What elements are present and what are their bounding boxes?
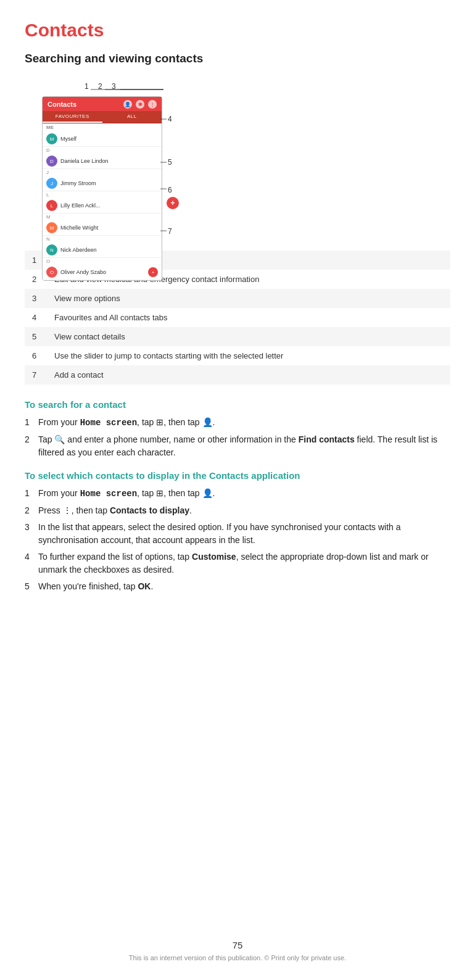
phone-contact-m: M bbox=[43, 214, 162, 220]
display-step-1: 1 From your Home screen, tap ⊞, then tap… bbox=[25, 487, 450, 500]
phone-me-label: ME bbox=[43, 123, 162, 131]
phone-top-icons: 👤 ✱ ⋮ bbox=[123, 100, 157, 109]
display-step-2: 2 Press ⋮, then tap Contacts to display. bbox=[25, 504, 450, 517]
page-title: Contacts bbox=[25, 20, 450, 41]
display-steps: 1 From your Home screen, tap ⊞, then tap… bbox=[25, 487, 450, 593]
table-row-num: 4 bbox=[25, 308, 47, 327]
phone-contact-daniela: D Daniela Lee Lindon bbox=[43, 154, 162, 169]
phone-contacts-label: Contacts bbox=[48, 101, 76, 108]
phone-search-icon: 👤 bbox=[123, 100, 132, 109]
search-section-heading: To search for a contact bbox=[25, 399, 450, 410]
phone-contact-jimmy: J Jimmy Stroom bbox=[43, 176, 162, 191]
table-row-text: Add a contact bbox=[47, 365, 450, 384]
oliver-badge: + bbox=[148, 267, 158, 277]
avatar-jimmy: J bbox=[46, 178, 57, 189]
table-row-text: View contact details bbox=[47, 327, 450, 346]
table-row: 4Favourites and All contacts tabs bbox=[25, 308, 450, 327]
avatar-nick: N bbox=[46, 244, 57, 255]
table-row: 3View more options bbox=[25, 289, 450, 308]
phone-contact-n: N bbox=[43, 236, 162, 243]
section-heading: Searching and viewing contacts bbox=[25, 52, 450, 65]
display-step-4: 4 To further expand the list of options,… bbox=[25, 550, 450, 576]
phone-tab-favourites: FAVOURITES bbox=[43, 111, 102, 123]
phone-star-icon: ✱ bbox=[136, 100, 144, 109]
page-number: 75 bbox=[0, 940, 475, 950]
phone-contact-lilly: L Lilly Ellen Ackl... + bbox=[43, 198, 162, 214]
search-step-2: 2 Tap 🔍 and enter a phone number, name o… bbox=[25, 433, 450, 459]
phone-contact-d: D bbox=[43, 147, 162, 154]
avatar-myself: M bbox=[46, 133, 57, 144]
add-contact-fab: + bbox=[167, 197, 179, 209]
phone-top-bar: Contacts 👤 ✱ ⋮ bbox=[43, 97, 162, 111]
phone-contact-michelle: M Michelle Wright bbox=[43, 220, 162, 236]
search-step-1: 1 From your Home screen, tap ⊞, then tap… bbox=[25, 416, 450, 430]
avatar-lilly: L bbox=[46, 200, 57, 211]
phone-tab-all: ALL bbox=[102, 111, 162, 123]
table-row-num: 6 bbox=[25, 346, 47, 365]
display-section-heading: To select which contacts to display in t… bbox=[25, 470, 450, 481]
table-row-num: 7 bbox=[25, 365, 47, 384]
avatar-michelle: M bbox=[46, 222, 57, 233]
callout-2: 2 bbox=[98, 82, 102, 91]
display-step-5: 5 When you're finished, tap OK. bbox=[25, 580, 450, 593]
phone-more-icon: ⋮ bbox=[148, 100, 157, 109]
avatar-daniela: D bbox=[46, 156, 57, 167]
avatar-oliver: O bbox=[46, 267, 57, 278]
phone-contact-oliver: O Oliver Andy Szabo + bbox=[43, 265, 162, 280]
callout-4: 4 bbox=[168, 115, 172, 123]
page-footer: 75 This is an internet version of this p… bbox=[0, 940, 475, 961]
table-row: 7Add a contact bbox=[25, 365, 450, 384]
callout-3: 3 bbox=[112, 82, 116, 91]
table-row-num: 3 bbox=[25, 289, 47, 308]
phone-contact-j: J bbox=[43, 169, 162, 176]
callout-7: 7 bbox=[168, 227, 172, 236]
search-steps: 1 From your Home screen, tap ⊞, then tap… bbox=[25, 416, 450, 459]
diagram-area: Contacts 👤 ✱ ⋮ FAVOURITES ALL ME M Mysel… bbox=[25, 79, 450, 239]
table-row-num: 5 bbox=[25, 327, 47, 346]
table-row: 6Use the slider to jump to contacts star… bbox=[25, 346, 450, 365]
phone-tab-bar: FAVOURITES ALL bbox=[43, 111, 162, 123]
callout-1: 1 bbox=[85, 82, 89, 91]
callout-6: 6 bbox=[168, 186, 172, 194]
table-row: 5View contact details bbox=[25, 327, 450, 346]
phone-contact-myself: M Myself bbox=[43, 131, 162, 147]
phone-contact-l: L bbox=[43, 191, 162, 198]
table-row-text: Use the slider to jump to contacts start… bbox=[47, 346, 450, 365]
display-step-3: 3 In the list that appears, select the d… bbox=[25, 521, 450, 547]
table-row-text: View more options bbox=[47, 289, 450, 308]
phone-contact-nick: N Nick Aberdeen bbox=[43, 243, 162, 258]
callout-5: 5 bbox=[168, 158, 172, 167]
footer-note: This is an internet version of this publ… bbox=[0, 954, 475, 961]
phone-screenshot: Contacts 👤 ✱ ⋮ FAVOURITES ALL ME M Mysel… bbox=[42, 96, 162, 281]
phone-contact-o: O bbox=[43, 258, 162, 265]
table-row-text: Favourites and All contacts tabs bbox=[47, 308, 450, 327]
